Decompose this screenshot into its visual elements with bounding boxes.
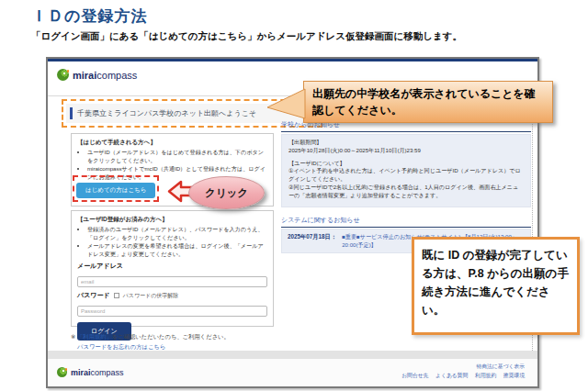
password-unmask-checkbox[interactable] xyxy=(114,293,119,298)
callout-pointer-icon xyxy=(267,88,306,119)
application-period-text: 2025年10月28日(火)0:00～2025年11月10日(月)23:59 xyxy=(288,147,524,155)
footer-link-environment[interactable]: 推奨環境 xyxy=(503,373,525,378)
footer-link-terms[interactable]: 利用規約 xyxy=(475,373,496,378)
email-label: メールアドレス xyxy=(77,262,267,271)
brand-compass: compass xyxy=(91,368,124,377)
first-time-button[interactable]: はじめての方はこちら xyxy=(76,183,155,198)
annotation-callout-bottom: 既に ID の登録が完了している方は、P.8 からの出願の手続き方法に進んでくだ… xyxy=(412,237,580,335)
password-field[interactable] xyxy=(77,306,267,317)
terms-note-suffix: をご確認いただいたのち、ご利用ください。 xyxy=(112,333,230,340)
footer-link-contact[interactable]: お問合せ先 xyxy=(401,373,428,378)
footer-separator-band xyxy=(48,351,537,359)
email-field[interactable] xyxy=(77,276,267,287)
manual-page: ＩＤの登録方法 「ログイン画面」にある「はじめての方はこちら」からメールアドレス… xyxy=(0,0,588,391)
brand-mirai: mirai xyxy=(71,368,91,377)
system-notices-heading: システムに関するお知らせ xyxy=(281,216,531,228)
registered-bullet: メールアドレスの変更を希望される場合は、ログイン後、「メールアドレス変更」より変… xyxy=(87,242,267,258)
window-footer: miraicompass 特商法に基づく表示 お問合せ先 よくある質問 利用規約… xyxy=(48,359,537,386)
click-annotation-badge: クリック xyxy=(188,176,265,209)
page-subtitle: 「ログイン画面」にある「はじめての方はこちら」からメールアドレス仮登録画面に移動… xyxy=(31,30,462,43)
password-unmask-label: パスワードの伏字解除 xyxy=(123,292,179,300)
system-notice-date: 2025年07月18日： xyxy=(288,233,336,249)
school-notices-box: 【出願期間】 2025年10月28日(火)0:00～2025年11月10日(月)… xyxy=(281,134,531,207)
footer-brand-logo-icon xyxy=(57,367,67,377)
terms-note-prefix: ※ xyxy=(71,333,77,340)
registered-panel-list: 登録済みのユーザID（メールアドレス）、パスワードを入力のうえ、「ログイン」をク… xyxy=(77,226,267,258)
footer-brand-logo: miraicompass xyxy=(57,367,124,377)
annotation-callout-top: 出願先の中学校名が表示されていることを確認してください。 xyxy=(303,81,553,123)
userid-notice-item: ①イベント予約を申込された方は、イベント予約時と同じユーザID（メールアドレス）… xyxy=(288,167,524,184)
brand-logo: miraicompass xyxy=(57,69,137,81)
brand-mirai: mirai xyxy=(73,70,96,81)
footer-link-faq[interactable]: よくある質問 xyxy=(435,373,468,378)
page-title: ＩＤの登録方法 xyxy=(31,6,147,27)
footer-links: 特商法に基づく表示 お問合せ先 よくある質問 利用規約 推奨環境 xyxy=(396,363,525,381)
footer-brand-logo-text: miraicompass xyxy=(71,368,124,377)
registered-user-panel: 【ユーザID登録がお済みの方へ】 登録済みのユーザID（メールアドレス）、パスワ… xyxy=(71,210,274,327)
window-top-accent-bar xyxy=(48,59,537,61)
footer-link-tokusho[interactable]: 特商法に基づく表示 xyxy=(476,363,525,369)
application-period-title: 【出願期間】 xyxy=(288,139,524,147)
brand-compass: compass xyxy=(96,70,137,81)
first-time-bullet: ユーザID（メールアドレス）をはじめて登録される方は、下のボタンをクリックしてく… xyxy=(87,149,267,164)
userid-notice-title: 【ユーザIDについて】 xyxy=(288,160,524,168)
terms-link[interactable]: 「利用規約」 xyxy=(77,333,112,340)
registered-panel-title: 【ユーザID登録がお済みの方へ】 xyxy=(77,216,267,224)
first-time-button-highlight-box: はじめての方はこちら xyxy=(73,175,159,202)
registered-bullet: 登録済みのユーザID（メールアドレス）、パスワードを入力のうえ、「ログイン」をク… xyxy=(87,226,267,241)
brand-logo-text: miraicompass xyxy=(73,70,137,81)
brand-logo-icon xyxy=(57,69,69,81)
terms-note: ※ 「利用規約」をご確認いただいたのち、ご利用ください。 xyxy=(71,333,230,341)
password-label: パスワード xyxy=(77,291,110,300)
userid-notice-item: ②同じユーザIDで2名以上(兄弟)ご登録される場合は、1人目のログイン後、画面右… xyxy=(288,184,524,200)
first-time-panel-title: 【はじめて手続される方へ】 xyxy=(77,139,267,147)
